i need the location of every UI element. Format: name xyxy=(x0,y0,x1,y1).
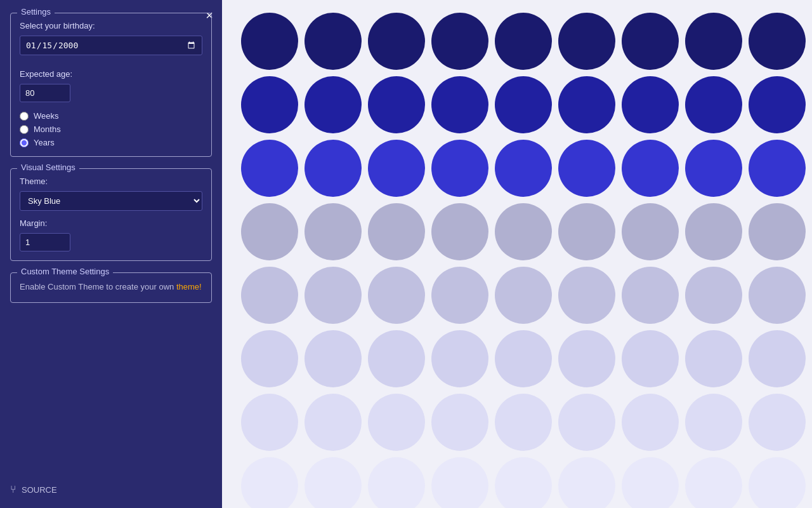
circle-5-1 xyxy=(304,330,362,387)
circle-6-1 xyxy=(304,394,362,451)
circle-5-0 xyxy=(241,330,298,387)
source-link[interactable]: ⑂ SOURCE xyxy=(10,478,212,495)
radio-months-input[interactable] xyxy=(20,125,29,134)
circle-0-3 xyxy=(431,13,488,70)
radio-weeks-label: Weeks xyxy=(34,111,59,121)
circle-7-0 xyxy=(241,457,298,508)
margin-input[interactable] xyxy=(20,233,70,251)
custom-theme-legend: Custom Theme Settings xyxy=(17,267,113,276)
circle-2-5 xyxy=(558,140,615,197)
visual-settings-legend: Visual Settings xyxy=(17,163,79,172)
circle-0-2 xyxy=(368,13,425,70)
circle-6-3 xyxy=(431,394,488,451)
circle-4-0 xyxy=(241,267,298,324)
circle-3-6 xyxy=(622,203,679,260)
circle-3-0 xyxy=(241,203,298,260)
circle-5-3 xyxy=(431,330,488,387)
radio-years-input[interactable] xyxy=(20,138,29,147)
circle-1-8 xyxy=(749,76,806,133)
custom-theme-text: Enable Custom Theme to create your own t… xyxy=(20,281,202,293)
circle-1-4 xyxy=(495,76,552,133)
circle-4-8 xyxy=(749,267,806,324)
circle-2-2 xyxy=(368,140,425,197)
circle-4-3 xyxy=(431,267,488,324)
circle-7-5 xyxy=(558,457,615,508)
circle-7-8 xyxy=(749,457,806,508)
radio-years[interactable]: Years xyxy=(20,138,202,147)
circle-2-6 xyxy=(622,140,679,197)
circle-2-4 xyxy=(495,140,552,197)
circle-2-8 xyxy=(749,140,806,197)
circle-3-2 xyxy=(368,203,425,260)
circle-1-2 xyxy=(368,76,425,133)
radio-years-label: Years xyxy=(34,138,55,147)
radio-weeks-input[interactable] xyxy=(20,112,29,121)
radio-months[interactable]: Months xyxy=(20,124,202,134)
custom-theme-panel: Custom Theme Settings Enable Custom Them… xyxy=(10,272,212,303)
circle-0-0 xyxy=(241,13,298,70)
circle-0-6 xyxy=(622,13,679,70)
circle-3-7 xyxy=(685,203,742,260)
circle-3-4 xyxy=(495,203,552,260)
circle-4-7 xyxy=(685,267,742,324)
theme-select[interactable]: Sky Blue Dark Light Custom xyxy=(20,191,202,211)
birthday-input[interactable] xyxy=(20,36,202,55)
circle-0-7 xyxy=(685,13,742,70)
circle-2-3 xyxy=(431,140,488,197)
circle-1-3 xyxy=(431,76,488,133)
circle-6-4 xyxy=(495,394,552,451)
circle-6-2 xyxy=(368,394,425,451)
circle-2-1 xyxy=(304,140,362,197)
margin-label: Margin: xyxy=(20,218,202,228)
circle-6-7 xyxy=(685,394,742,451)
circle-5-2 xyxy=(368,330,425,387)
circle-3-1 xyxy=(304,203,362,260)
circle-6-0 xyxy=(241,394,298,451)
circle-5-5 xyxy=(558,330,615,387)
source-label: SOURCE xyxy=(22,485,57,495)
radio-weeks[interactable]: Weeks xyxy=(20,111,202,121)
circle-1-6 xyxy=(622,76,679,133)
circle-1-5 xyxy=(558,76,615,133)
circle-3-8 xyxy=(749,203,806,260)
circle-5-6 xyxy=(622,330,679,387)
visual-settings-panel: Visual Settings Theme: Sky Blue Dark Lig… xyxy=(10,168,212,261)
circle-5-8 xyxy=(749,330,806,387)
circle-0-8 xyxy=(749,13,806,70)
circle-4-6 xyxy=(622,267,679,324)
expected-age-input[interactable] xyxy=(20,84,70,102)
source-icon: ⑂ xyxy=(10,484,16,495)
circle-7-1 xyxy=(304,457,362,508)
circle-6-6 xyxy=(622,394,679,451)
circle-4-5 xyxy=(558,267,615,324)
circle-3-5 xyxy=(558,203,615,260)
custom-theme-highlight: theme! xyxy=(176,282,202,291)
sidebar: × Settings Select your birthday: Expecte… xyxy=(0,0,222,508)
circle-7-4 xyxy=(495,457,552,508)
circle-1-0 xyxy=(241,76,298,133)
settings-panel: Settings Select your birthday: Expected … xyxy=(10,13,212,157)
birthday-label: Select your birthday: xyxy=(20,21,202,30)
circle-5-4 xyxy=(495,330,552,387)
circle-2-7 xyxy=(685,140,742,197)
circle-5-7 xyxy=(685,330,742,387)
view-mode-group: Weeks Months Years xyxy=(20,111,202,147)
radio-months-label: Months xyxy=(34,124,61,134)
circle-7-2 xyxy=(368,457,425,508)
circle-0-5 xyxy=(558,13,615,70)
circle-2-0 xyxy=(241,140,298,197)
settings-legend: Settings xyxy=(17,7,55,17)
circle-4-1 xyxy=(304,267,362,324)
circle-1-1 xyxy=(304,76,362,133)
expected-age-label: Expected age: xyxy=(20,69,202,79)
circle-6-5 xyxy=(558,394,615,451)
circle-6-8 xyxy=(749,394,806,451)
circle-1-7 xyxy=(685,76,742,133)
circle-0-1 xyxy=(304,13,362,70)
main-visualization xyxy=(222,0,812,508)
circle-4-4 xyxy=(495,267,552,324)
circle-7-3 xyxy=(431,457,488,508)
circle-0-4 xyxy=(495,13,552,70)
circle-7-7 xyxy=(685,457,742,508)
circle-7-6 xyxy=(622,457,679,508)
